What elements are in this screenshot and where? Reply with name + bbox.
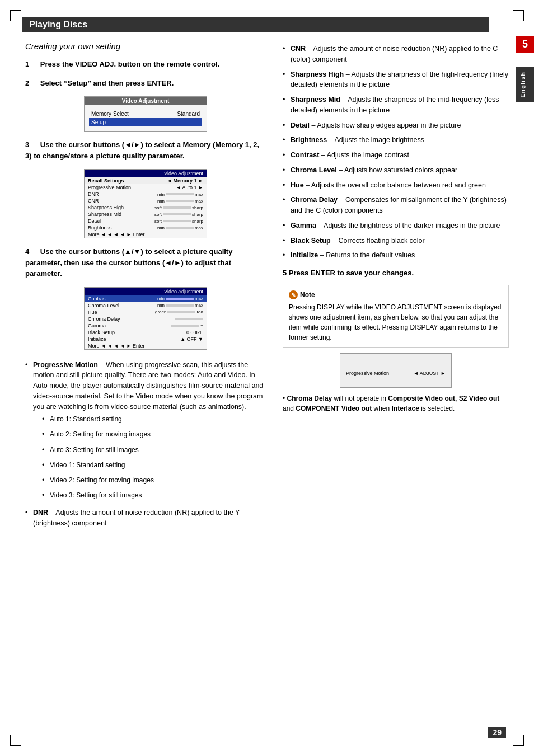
- dnr-desc: Adjusts the amount of noise reduction (N…: [33, 509, 240, 527]
- bullet-hue: Hue – Adjusts the overall color balance …: [283, 178, 509, 193]
- step-2-text: Select “Setup” and then press ENTER.: [40, 79, 174, 87]
- dialog-2-recall: Recall Settings: [88, 178, 124, 184]
- note-icon: ✎: [289, 290, 298, 299]
- dialog-2-cnr-label: CNR: [88, 198, 99, 204]
- note-box: ✎ Note Pressing DISPLAY while the VIDEO …: [283, 285, 509, 348]
- sub-auto3: Auto 3: Setting for still images: [42, 443, 266, 458]
- dialog-3-row-init: Initialize ▲ OFF ▼: [85, 336, 207, 342]
- step-1-text: Press the VIDEO ADJ. button on the remot…: [40, 60, 219, 68]
- bottom-note-bold4: Interlace: [392, 405, 419, 412]
- sub-video3: Video 3: Setting for still images: [42, 488, 266, 503]
- bullet-black-setup: Black Setup – Corrects floating black co…: [283, 233, 509, 248]
- line-tl: [31, 16, 64, 16]
- content-area: Creating your own setting 1 Press the VI…: [22, 41, 512, 531]
- dialog-2-memory: ◄ Memory 1 ►: [167, 178, 203, 184]
- progressive-sub-list: Auto 1: Standard setting Auto 2: Setting…: [42, 412, 266, 503]
- dialog-1-label: Memory Select: [91, 111, 129, 117]
- dialog-2-row-prog: Progressive Motion ◄ Auto 1 ►: [85, 184, 207, 191]
- line-bl: [31, 740, 64, 740]
- sub-video2: Video 2: Setting for moving images: [42, 473, 266, 488]
- step-2: 2 Select “Setup” and then press ENTER.: [25, 78, 266, 89]
- step-5-text: Press ENTER to save your changes.: [289, 269, 414, 277]
- section-header: Playing Discs: [22, 17, 489, 32]
- line-br: [470, 740, 503, 740]
- step-1-number: 1: [25, 60, 29, 68]
- step-3: 3 Use the cursor buttons (◄/►) to select…: [25, 139, 266, 161]
- dialog-3-row-chromadelay: Chroma Delay: [85, 316, 207, 322]
- page-number: 29: [488, 727, 506, 738]
- corner-mark-tl: [10, 10, 21, 21]
- dialog-1: Video Adjustment Memory Select Standard …: [84, 96, 207, 132]
- right-column: CNR – Adjusts the amount of noise reduct…: [283, 41, 509, 531]
- small-dialog-label: Progressive Motion: [346, 370, 389, 376]
- dialog-2-row-bright: Brightness min max: [85, 224, 207, 231]
- dialog-2-sh-slider: soft sharp: [154, 205, 203, 210]
- step-5: 5 Press ENTER to save your changes.: [283, 269, 509, 277]
- bullet-sharpness-mid: Sharpness Mid – Adjusts the sharpness of…: [283, 92, 509, 118]
- dialog-3-title: Video Adjustment: [85, 288, 207, 295]
- right-bullet-list: CNR – Adjusts the amount of noise reduct…: [283, 41, 509, 263]
- dialog-1-content: Memory Select Standard Setup: [85, 105, 207, 131]
- dialog-2-detail-slider: soft sharp: [154, 219, 203, 224]
- dialog-2-row-dnr: DNR min max: [85, 191, 207, 198]
- bullet-cnr: CNR – Adjusts the amount of noise reduct…: [283, 41, 509, 67]
- bullet-progressive: Progressive Motion – When using progress…: [25, 358, 266, 506]
- step-5-number: 5: [283, 269, 287, 277]
- dialog-2-title: Video Adjustment: [85, 170, 207, 177]
- dialog-2-dnr-slider: min max: [157, 192, 203, 197]
- bullet-detail: Detail – Adjusts how sharp edges appear …: [283, 118, 509, 133]
- corner-mark-tr: [513, 10, 524, 21]
- dialog-1-value1: Standard: [177, 111, 200, 117]
- step-2-number: 2: [25, 79, 29, 87]
- bottom-note: • Chroma Delay will not operate in Compo…: [283, 393, 509, 414]
- dialog-2-prog-value: ◄ Auto 1 ►: [176, 185, 203, 190]
- note-title-row: ✎ Note: [289, 290, 503, 300]
- small-dialog-row: Progressive Motion ◄ ADJUST ►: [346, 370, 446, 376]
- dialog-3-row-chroma: Chroma Level min max: [85, 302, 207, 309]
- dialog-2-row-detail: Detail soft sharp: [85, 218, 207, 224]
- corner-mark-br: [513, 735, 524, 746]
- bottom-note-bold3: COMPONENT Video out: [296, 405, 372, 412]
- dialog-3-row-hue: Hue green red: [85, 309, 207, 316]
- small-dialog: Progressive Motion ◄ ADJUST ►: [340, 353, 452, 388]
- bottom-note-text1: will not operate in: [332, 395, 388, 402]
- dialog-2-row-sm: Sharpness Mid soft sharp: [85, 211, 207, 218]
- sub-video1: Video 1: Standard setting: [42, 458, 266, 473]
- sub-auto2: Auto 2: Setting for moving images: [42, 427, 266, 442]
- bottom-note-text4: is selected.: [419, 405, 455, 412]
- dialog-2-sm-label: Sharpness Mid: [88, 212, 121, 217]
- dialog-1-row-1: Memory Select Standard: [91, 110, 200, 118]
- dialog-2-sh-label: Sharpness High: [88, 205, 124, 210]
- line-tr: [470, 16, 503, 16]
- corner-mark-bl: [10, 735, 21, 746]
- bottom-note-text2: and: [283, 405, 296, 412]
- step-3-number: 3: [25, 140, 29, 149]
- sub-auto1: Auto 1: Standard setting: [42, 412, 266, 427]
- dialog-2-bright-label: Brightness: [88, 225, 112, 231]
- dialog-2-footer: More ◄ ◄ ◄ ◄ ► Enter: [85, 231, 207, 238]
- chapter-number: 5: [516, 36, 534, 53]
- dialog-2: Video Adjustment Recall Settings ◄ Memor…: [84, 169, 207, 238]
- step-4: 4 Use the cursor buttons (▲/▼) to select…: [25, 246, 266, 279]
- step-4-text: Use the cursor buttons (▲/▼) to select a…: [25, 247, 232, 278]
- dialog-2-row-sh: Sharpness High soft sharp: [85, 204, 207, 211]
- dialog-2-footer-text: More ◄ ◄ ◄ ◄ ► Enter: [88, 232, 145, 237]
- chapter-tab: English: [516, 67, 534, 102]
- bottom-note-bold2: Composite Video out, S2 Video out: [388, 395, 499, 402]
- dialog-1-value2: Setup: [91, 119, 106, 125]
- dialog-3-row-blacksetup: Black Setup 0.0 IRE: [85, 329, 207, 336]
- step-4-number: 4: [25, 247, 29, 256]
- note-text: Pressing DISPLAY while the VIDEO ADJUSTM…: [289, 302, 503, 342]
- dialog-3: Video Adjustment Contrast min max Chroma…: [84, 287, 207, 350]
- note-label: Note: [300, 290, 315, 300]
- dialog-1-title: Video Adjustment: [85, 97, 207, 105]
- dialog-2-sm-slider: soft sharp: [154, 212, 203, 217]
- dialog-3-footer: More ◄ ◄ ◄ ◄ ► Enter: [85, 342, 207, 349]
- bottom-note-chroma: Chroma Delay: [287, 395, 332, 402]
- dialog-2-bright-slider: min max: [157, 226, 203, 231]
- dialog-2-prog-label: Progressive Motion: [88, 185, 131, 190]
- left-bullet-list: Progressive Motion – When using progress…: [25, 358, 266, 531]
- dialog-3-row-contrast: Contrast min max: [85, 295, 207, 302]
- small-dialog-content: Progressive Motion ◄ ADJUST ►: [340, 354, 451, 387]
- dialog-1-row-2: Setup: [89, 118, 202, 126]
